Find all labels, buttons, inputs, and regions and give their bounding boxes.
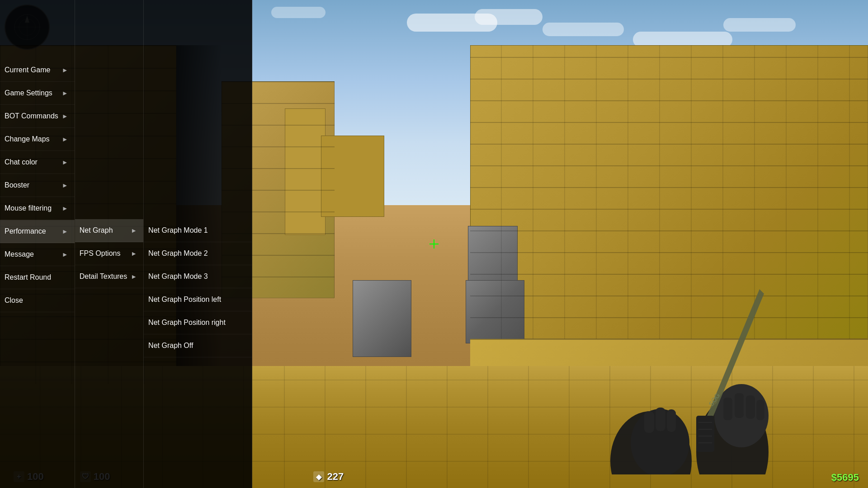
menu-item-current-game[interactable]: Current Game ► [0,59,75,82]
menu-label-current-game: Current Game [5,66,50,74]
submenu-label-netgraph-pos-left: Net Graph Position left [148,296,221,304]
submenu-label-netgraph-off: Net Graph Off [148,342,193,350]
arrow-bot-commands: ► [62,113,68,120]
menu-label-mouse-filtering: Mouse filtering [5,204,52,212]
menu-item-close[interactable]: Close [0,289,75,312]
submenu-item-netgraph-pos-left[interactable]: Net Graph Position left [144,288,252,311]
submenu-label-net-graph: Net Graph [80,226,113,235]
submenu-label-netgraph-mode-3: Net Graph Mode 3 [148,272,208,281]
main-menu: Current Game ► Game Settings ► BOT Comma… [0,0,75,488]
cloud-4 [271,7,326,18]
arrow-fps-options: ► [131,250,137,257]
submenu-item-netgraph-pos-right[interactable]: Net Graph Position right [144,311,252,334]
menu-item-change-maps[interactable]: Change Maps ► [0,128,75,151]
submenu-item-fps-options[interactable]: FPS Options ► [75,242,143,265]
submenu-performance: Net Graph ► FPS Options ► Detail Texture… [75,0,144,488]
submenu-netgraph: Net Graph Mode 1 Net Graph Mode 2 Net Gr… [144,0,252,488]
submenu-item-net-graph[interactable]: Net Graph ► [75,219,143,242]
arrow-performance: ► [62,228,68,235]
menu-item-chat-color[interactable]: Chat color ► [0,151,75,174]
menu-label-bot-commands: BOT Commands [5,112,58,120]
menu-item-performance[interactable]: Performance ► [0,220,75,243]
menu-label-change-maps: Change Maps [5,135,50,143]
svg-rect-17 [644,411,654,433]
svg-rect-6 [756,400,764,420]
menu-item-restart-round[interactable]: Restart Round [0,266,75,289]
menu-label-performance: Performance [5,227,46,235]
svg-rect-18 [656,408,665,431]
arrow-change-maps: ► [62,136,68,143]
menu-label-booster: Booster [5,181,29,189]
arrow-detail-textures: ► [131,273,137,280]
arrow-booster: ► [62,182,68,189]
submenu-item-detail-textures[interactable]: Detail Textures ► [75,265,143,288]
menu-label-game-settings: Game Settings [5,89,52,97]
submenu-item-netgraph-mode-2[interactable]: Net Graph Mode 2 [144,242,252,265]
menu-label-restart-round: Restart Round [5,273,51,282]
menu-label-close: Close [5,296,23,305]
menu-item-bot-commands[interactable]: BOT Commands ► [0,105,75,128]
svg-rect-10 [696,416,714,452]
menu-item-mouse-filtering[interactable]: Mouse filtering ► [0,197,75,220]
arrow-current-game: ► [62,66,68,74]
submenu-label-netgraph-mode-2: Net Graph Mode 2 [148,249,208,258]
menu-item-message[interactable]: Message ► [0,243,75,266]
svg-rect-3 [723,398,732,420]
svg-rect-5 [746,395,755,419]
svg-rect-4 [735,393,744,418]
submenu-item-netgraph-mode-1[interactable]: Net Graph Mode 1 [144,219,252,242]
submenu-label-detail-textures: Detail Textures [80,272,127,281]
cloud-2 [475,9,542,25]
arrow-mouse-filtering: ► [62,205,68,212]
menu-item-game-settings[interactable]: Game Settings ► [0,82,75,105]
menu-item-booster[interactable]: Booster ► [0,174,75,197]
arrow-net-graph: ► [131,227,137,234]
crate-center [353,280,411,357]
cloud-3 [542,23,624,36]
submenu-item-netgraph-mode-3[interactable]: Net Graph Mode 3 [144,265,252,288]
arrow-message: ► [62,251,68,258]
menu-label-message: Message [5,250,34,258]
arrow-chat-color: ► [62,159,68,166]
menu-label-chat-color: Chat color [5,158,38,166]
submenu-item-netgraph-off[interactable]: Net Graph Off [144,334,252,357]
svg-rect-19 [667,409,676,432]
submenu-label-netgraph-pos-right: Net Graph Position right [148,319,226,327]
submenu-label-netgraph-mode-1: Net Graph Mode 1 [148,226,208,235]
arrow-game-settings: ► [62,89,68,97]
submenu-label-fps-options: FPS Options [80,249,121,258]
knife-weapon: SOG [529,212,845,474]
cloud-6 [723,18,796,32]
menu-overlay: Current Game ► Game Settings ► BOT Comma… [0,0,252,488]
